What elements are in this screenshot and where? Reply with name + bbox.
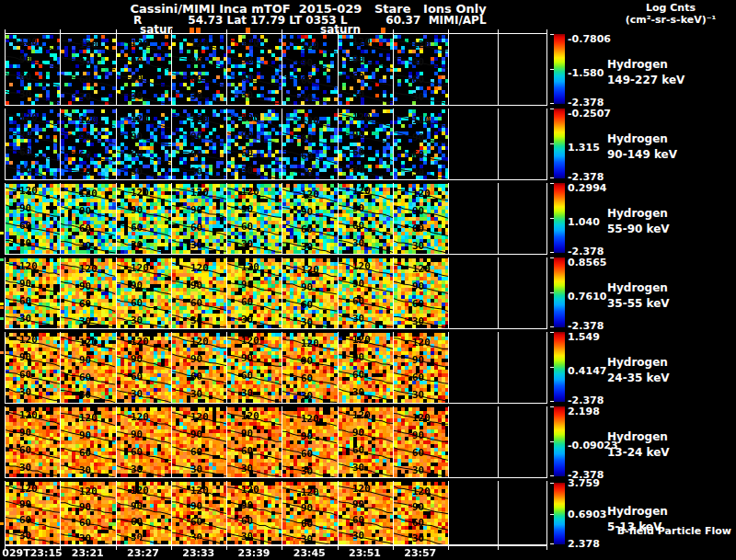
top-axis-tick-2: [116, 29, 117, 33]
time-axis-tick-9: [498, 546, 499, 550]
time-axis-marker-1: [135, 539, 140, 544]
colorbar-1: [554, 109, 565, 178]
colorbar-2: [554, 183, 565, 253]
colorbar-tick-5-0: [550, 406, 554, 407]
colorbar-units-line2: (cm²-sr-s-keV)⁻¹: [607, 14, 734, 26]
colorbar-scale-mid-1: 1.315: [568, 142, 600, 154]
time-axis-marker-0: [93, 539, 98, 544]
time-axis-tick-10: [546, 546, 547, 550]
time-axis-marker-3: [198, 539, 202, 544]
colorbar-tick-2-1: [550, 218, 554, 219]
top-axis-marker-3: [381, 28, 385, 33]
colorbar-tick-5-1: [550, 441, 554, 442]
top-axis-tick-8: [448, 29, 449, 33]
colorbar-tick-4-1: [550, 367, 554, 368]
top-axis-tick-9: [498, 29, 499, 33]
time-label-7: 23:57: [384, 547, 457, 559]
colorbar-scale-mid-2: 1.040: [568, 216, 600, 228]
colorbar-scale-top-0: -0.7806: [568, 33, 611, 45]
panel-energy-0: 149-227 keV: [607, 74, 684, 86]
colorbar-tick-3-0: [550, 257, 554, 258]
time-axis-marker-4: [294, 539, 299, 544]
panel-species-1: Hydrogen: [607, 132, 668, 145]
colorbar-tick-6-1: [550, 514, 554, 515]
panel-species-0: Hydrogen: [607, 58, 668, 71]
colorbar-0: [554, 34, 565, 104]
colorbar-scale-mid-3: 0.7610: [568, 291, 606, 303]
colorbar-tick-2-2: [550, 252, 554, 253]
panel-species-2: Hydrogen: [607, 207, 668, 220]
panel-energy-3: 35-55 keV: [607, 297, 670, 310]
top-axis-marker-1: [196, 28, 201, 33]
colorbar-tick-0-2: [550, 103, 554, 104]
colorbar-scale-top-2: 0.2994: [568, 182, 606, 194]
colorbar-scale-mid-4: 0.4147: [568, 365, 606, 377]
colorbar-scale-mid-0: -1.580: [568, 67, 604, 79]
panel-species-6: Hydrogen: [607, 505, 668, 518]
colorbar-tick-5-2: [550, 475, 554, 476]
time-axis-marker-2: [190, 539, 195, 544]
colorbar-tick-6-0: [550, 483, 554, 484]
colorbar-scale-top-6: 3.759: [568, 477, 600, 489]
spectrogram-row-2: [0, 183, 547, 255]
colorbar-scale-top-4: 1.549: [568, 331, 600, 343]
colorbar-scale-top-1: -0.2507: [568, 108, 611, 120]
colorbar-scale-mid-6: 0.6903: [568, 509, 606, 520]
mimi-inca-display: Cassini/MIMI Inca mTOF 2015-029 Stare Io…: [0, 0, 736, 560]
spectrogram-row-4: [0, 332, 547, 404]
top-axis-marker-0: [190, 28, 194, 33]
spectrogram-row-6: [0, 481, 547, 545]
bfield-flow-label: B-field Particle Flow: [547, 525, 731, 537]
colorbar-tick-1-0: [550, 109, 554, 109]
colorbar-tick-1-2: [550, 177, 554, 178]
colorbar-scale-top-5: 2.198: [568, 406, 600, 417]
spectrogram-row-1: [0, 109, 547, 180]
panel-energy-4: 24-35 keV: [607, 371, 670, 384]
colorbar-tick-1-1: [550, 143, 554, 144]
top-axis-tick-3: [171, 29, 172, 33]
colorbar-tick-4-2: [550, 401, 554, 402]
colorbar-scale-top-3: 0.8565: [568, 257, 606, 269]
top-axis-tick-7: [393, 29, 394, 33]
panel-energy-2: 55-90 keV: [607, 223, 670, 235]
top-axis-tick-0: [5, 29, 6, 33]
colorbar-units-line1: Log Cnts: [607, 2, 734, 14]
colorbar-tick-0-1: [550, 69, 554, 70]
spectrogram-row-5: [0, 406, 547, 478]
panel-energy-1: 90-149 keV: [607, 148, 677, 161]
panel-energy-5: 13-24 keV: [607, 446, 670, 459]
colorbar-tick-6-2: [550, 543, 554, 544]
colorbar-3: [554, 257, 565, 327]
spectrogram-row-0: [0, 34, 547, 106]
panel-species-3: Hydrogen: [607, 281, 668, 294]
top-axis-marker-2: [246, 28, 250, 33]
colorbar-units: Log Cnts (cm²-sr-s-keV)⁻¹: [607, 2, 734, 26]
colorbar-tick-2-0: [550, 183, 554, 184]
colorbar-tick-0-0: [550, 34, 554, 35]
panel-species-4: Hydrogen: [607, 356, 668, 369]
time-axis-line: [5, 545, 547, 546]
top-axis-tick-4: [226, 29, 227, 33]
colorbar-scale-bottom-6: 2.378: [568, 538, 600, 550]
colorbar-tick-4-0: [550, 332, 554, 333]
colorbar-5: [554, 406, 565, 476]
colorbar-tick-3-2: [550, 326, 554, 327]
top-axis-tick-1: [60, 29, 61, 33]
top-axis-tick-5: [282, 29, 282, 33]
colorbar-4: [554, 332, 565, 402]
colorbar-tick-3-1: [550, 292, 554, 293]
top-axis-tick-6: [338, 29, 339, 33]
spectrogram-row-3: [0, 257, 547, 329]
panel-species-5: Hydrogen: [607, 430, 668, 443]
ephemeris-line: R 54.73 Lat 17.79 LT 0353 L 60.37 MIMI/A…: [133, 14, 487, 27]
top-axis-tick-10: [546, 29, 547, 33]
